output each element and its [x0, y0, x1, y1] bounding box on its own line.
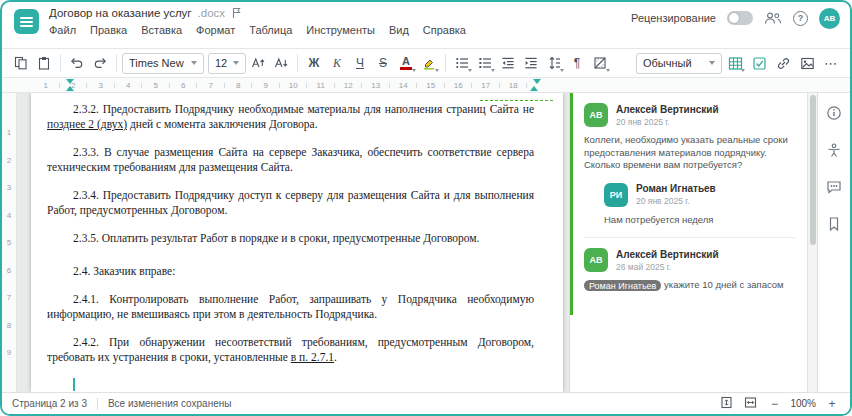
menu-item[interactable]: Правка	[90, 24, 127, 36]
vertical-ruler[interactable]: 123456789	[2, 93, 17, 392]
first-line-indent-marker[interactable]	[66, 79, 74, 84]
menu-item[interactable]: Таблица	[249, 24, 292, 36]
paste-button[interactable]	[33, 52, 55, 74]
paragraph[interactable]: 2.4.1. Контролировать выполнение Работ, …	[47, 292, 534, 322]
comment-thread[interactable]: АВ Алексей Вертинский 26 май 2025 г. Ром…	[570, 238, 807, 292]
fit-width-icon[interactable]	[742, 396, 758, 412]
ruler-number: 1	[2, 119, 16, 147]
paragraph[interactable]: 2.3.2. Предоставить Подрядчику необходим…	[47, 102, 534, 132]
comment-anchor-connector	[480, 100, 553, 101]
font-family-select[interactable]: Times New	[122, 53, 204, 74]
user-avatar[interactable]: АВ	[819, 8, 840, 29]
left-indent-marker[interactable]	[66, 86, 74, 91]
ruler-number: 11	[307, 78, 335, 93]
paragraph[interactable]: 2.3.4. Предоставить Подрядчику доступ к …	[47, 188, 534, 218]
hanging-indent-marker[interactable]	[533, 79, 541, 84]
insert-image-button[interactable]	[796, 52, 818, 74]
document-title[interactable]: Договор на оказание услуг	[49, 7, 192, 19]
font-color-button[interactable]: А	[395, 52, 417, 74]
ruler-number: 4	[115, 78, 143, 93]
comment-date: 26 май 2025 г.	[616, 262, 719, 272]
tracked-insertion: в п. 2.7.1	[291, 351, 334, 363]
insert-table-button[interactable]	[724, 52, 746, 74]
chevron-down-icon	[468, 69, 472, 72]
fit-page-icon[interactable]	[718, 396, 734, 412]
paragraph[interactable]: 2.4. Заказчик вправе:	[47, 264, 534, 279]
menu-item[interactable]: Формат	[196, 24, 235, 36]
document-page[interactable]: 2.3.2. Предоставить Подрядчику необходим…	[31, 93, 563, 392]
bookmark-icon[interactable]	[823, 213, 845, 235]
chevron-down-icon	[233, 61, 239, 65]
comment-reply[interactable]: РИ Роман Игнатьев 20 янв 2025 г. Нам пот…	[604, 183, 795, 227]
menu-item[interactable]: Файл	[49, 24, 76, 36]
page-indicator[interactable]: Страница 2 из 3	[12, 398, 87, 409]
toolbar-separator	[297, 54, 298, 72]
paragraph[interactable]: 2.4.2. При обнаружении несоответствий тр…	[47, 335, 534, 365]
toolbar-separator	[116, 54, 117, 72]
redo-button[interactable]	[89, 52, 111, 74]
comment-avatar: АВ	[584, 103, 608, 127]
right-indent-marker[interactable]	[530, 86, 538, 91]
document-canvas: 2.3.2. Предоставить Подрядчику необходим…	[17, 93, 569, 392]
numbered-list-button[interactable]	[474, 52, 496, 74]
chevron-down-icon	[191, 61, 197, 65]
info-icon[interactable]	[823, 102, 845, 124]
increase-indent-button[interactable]	[520, 52, 542, 74]
insert-link-button[interactable]	[772, 52, 794, 74]
undo-button[interactable]	[66, 52, 88, 74]
menu-item[interactable]: Инструменты	[306, 24, 375, 36]
ruler-number: 7	[197, 78, 225, 93]
top-bar: Договор на оказание услуг.docx ФайлПравк…	[2, 2, 850, 48]
favorite-flag-icon[interactable]	[231, 7, 242, 19]
horizontal-ruler[interactable]: 123456789101112131415161718	[2, 78, 850, 93]
comment-thread[interactable]: АВ Алексей Вертинский 20 янв 2025 г. Кол…	[570, 93, 807, 238]
underline-button[interactable]: Ч	[349, 52, 371, 74]
comment-avatar: АВ	[584, 248, 608, 272]
review-toggle[interactable]	[727, 11, 753, 25]
ruler-number: 6	[2, 257, 16, 285]
paragraph-style-select[interactable]: Обычный	[636, 53, 722, 74]
collaborators-icon[interactable]	[764, 11, 782, 25]
paragraph[interactable]: 2.3.3. В случае размещения Сайта на серв…	[47, 145, 534, 175]
vertical-scrollbar[interactable]	[807, 93, 817, 392]
bold-button[interactable]: Ж	[303, 52, 325, 74]
more-tools-button[interactable]: ⋯	[820, 52, 842, 74]
paragraph[interactable]: 2.3.5. Оплатить результат Работ в порядк…	[47, 231, 534, 246]
insert-checkbox-button[interactable]	[748, 52, 770, 74]
chevron-down-icon	[491, 69, 495, 72]
app-logo-icon[interactable]	[14, 9, 39, 34]
ruler-number: 9	[2, 339, 16, 367]
document-title-extension: .docx	[198, 7, 226, 19]
main-area: 123456789 2.3.2. Предоставить Подрядчику…	[2, 93, 850, 392]
increase-font-button[interactable]	[247, 52, 269, 74]
italic-button[interactable]: К	[326, 52, 348, 74]
help-button[interactable]: ?	[793, 11, 808, 26]
strikethrough-button[interactable]: S	[372, 52, 394, 74]
zoom-in-button[interactable]: +	[824, 396, 840, 412]
chevron-down-icon	[560, 69, 564, 72]
zoom-out-button[interactable]: −	[766, 396, 782, 412]
ruler-number: 5	[142, 78, 170, 93]
menu-item[interactable]: Вид	[389, 24, 409, 36]
decrease-indent-button[interactable]	[497, 52, 519, 74]
zoom-level[interactable]: 100%	[790, 398, 816, 409]
bullet-list-button[interactable]	[451, 52, 473, 74]
shading-button[interactable]	[589, 52, 611, 74]
scrollbar-thumb[interactable]	[810, 95, 816, 245]
decrease-font-button[interactable]	[270, 52, 292, 74]
copy-button[interactable]	[10, 52, 32, 74]
comments-icon[interactable]	[823, 176, 845, 198]
accessibility-icon[interactable]	[823, 139, 845, 161]
status-bar: Страница 2 из 3 Все изменения сохранены …	[2, 392, 850, 414]
zoom-controls: − 100% +	[718, 396, 840, 412]
line-spacing-button[interactable]	[543, 52, 565, 74]
nonprinting-characters-button[interactable]: ¶	[566, 52, 588, 74]
ruler-number: 8	[225, 78, 253, 93]
user-mention[interactable]: Роман Игнатьев	[584, 280, 661, 291]
highlight-color-button[interactable]	[418, 52, 440, 74]
font-size-select[interactable]: 12	[208, 53, 246, 74]
menu-item[interactable]: Справка	[423, 24, 466, 36]
comments-panel: АВ Алексей Вертинский 20 янв 2025 г. Кол…	[569, 93, 807, 392]
menu-item[interactable]: Вставка	[141, 24, 182, 36]
text-cursor	[73, 378, 75, 391]
